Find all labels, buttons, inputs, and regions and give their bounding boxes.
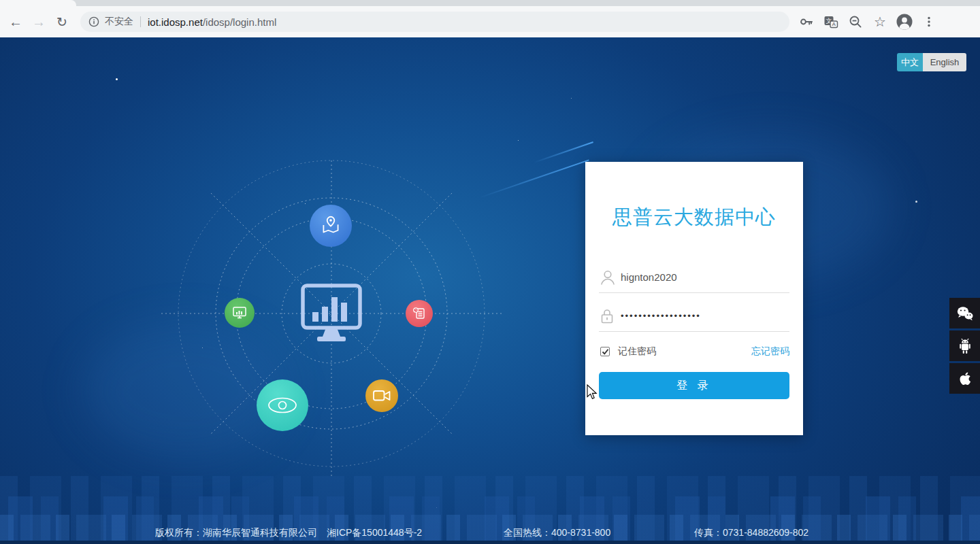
footer-strip (0, 541, 980, 544)
user-icon (599, 269, 621, 286)
profile-avatar[interactable] (894, 12, 915, 32)
gis-map-node (310, 205, 352, 247)
android-button[interactable] (949, 330, 980, 361)
address-bar[interactable]: 不安全 iot.idosp.net /idosp/login.html (80, 12, 789, 32)
forward-button[interactable]: → (27, 10, 50, 33)
lang-chinese-button[interactable]: 中文 (897, 53, 923, 71)
translate-icon[interactable]: 文 A (821, 12, 841, 32)
password-key-icon[interactable] (796, 12, 817, 32)
report-node (406, 300, 433, 327)
dashboard-monitor-icon (299, 282, 364, 345)
monitoring-eye-node (257, 379, 308, 431)
reload-icon: ↻ (56, 14, 67, 30)
forward-icon: → (32, 14, 46, 30)
video-camera-icon (372, 388, 392, 404)
info-icon[interactable] (88, 16, 99, 27)
active-tab[interactable] (0, 0, 76, 6)
security-label: 不安全 (105, 16, 133, 28)
lang-english-button[interactable]: English (923, 53, 966, 71)
forgot-password-link[interactable]: 忘记密码 (751, 345, 789, 358)
wechat-button[interactable] (949, 298, 980, 328)
mini-monitor-icon (231, 305, 248, 321)
url-host: iot.idosp.net (148, 16, 203, 28)
lock-icon (599, 307, 621, 325)
login-card: 思普云大数据中心 (585, 162, 803, 435)
omnibox-divider (140, 16, 141, 27)
city-skyline (0, 476, 980, 541)
reload-button[interactable]: ↻ (50, 10, 74, 33)
toolbar-right: 文 A ☆ (796, 12, 939, 32)
browser-toolbar: ← → ↻ 不安全 iot.idosp.net /idosp/login.htm… (0, 6, 980, 37)
map-pin-icon (318, 214, 343, 237)
footer-fax: 传真：0731-84882609-802 (694, 527, 808, 539)
android-icon (957, 337, 973, 355)
mouse-cursor (587, 384, 598, 401)
apple-icon (957, 370, 973, 388)
wechat-icon (956, 305, 975, 322)
apple-button[interactable] (949, 363, 980, 394)
remember-label[interactable]: 记住密码 (618, 345, 656, 358)
footer-copyright: 版权所有：湖南华辰智通科技有限公司 湘ICP备15001448号-2 (155, 527, 422, 539)
translate-a-glyph: A (832, 21, 836, 27)
tab-strip (0, 0, 980, 6)
language-toggle: 中文 English (897, 53, 966, 71)
login-button[interactable]: 登 录 (599, 372, 789, 399)
options-row: 记住密码 忘记密码 (599, 340, 789, 363)
password-input[interactable] (621, 311, 789, 321)
eye-icon (266, 395, 299, 415)
browser-chrome: ← → ↻ 不安全 iot.idosp.net /idosp/login.htm… (0, 0, 980, 37)
login-form: 记住密码 忘记密码 登 录 (585, 262, 803, 399)
url-path: /idosp/login.html (203, 16, 276, 28)
password-row (599, 301, 789, 332)
remember-checkbox[interactable] (600, 347, 610, 356)
video-node (365, 379, 398, 412)
monitor-node (225, 298, 255, 328)
light-streak (534, 141, 593, 163)
username-row (599, 262, 789, 293)
footer-hotline: 全国热线：400-8731-800 (504, 527, 610, 539)
check-icon (602, 348, 609, 356)
menu-dots-icon[interactable] (919, 12, 939, 32)
username-input[interactable] (621, 271, 789, 283)
report-document-icon (411, 305, 427, 322)
back-icon: ← (9, 14, 22, 30)
back-button[interactable]: ← (4, 10, 27, 33)
bookmark-star-icon[interactable]: ☆ (870, 12, 890, 32)
page-title: 思普云大数据中心 (585, 204, 803, 226)
login-page: 中文 English 思普云大数据中心 (0, 37, 980, 544)
social-sidebar (949, 298, 980, 396)
zoom-out-icon[interactable] (845, 12, 866, 32)
